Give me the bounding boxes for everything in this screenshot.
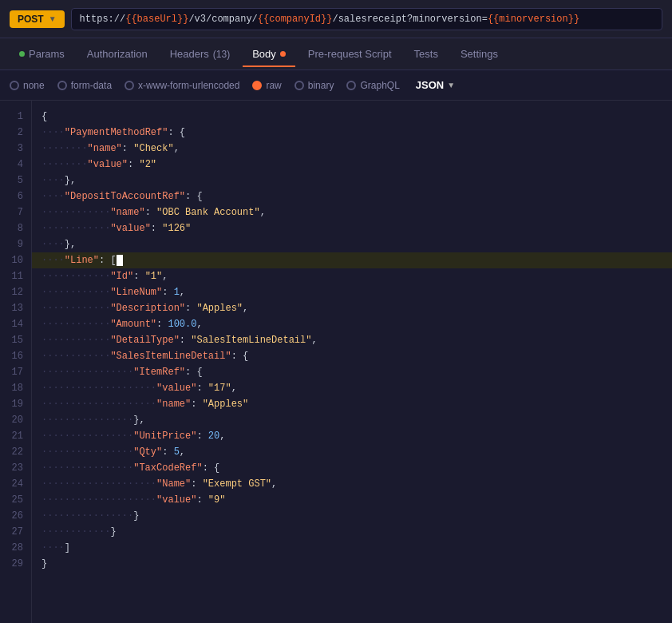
code-line-26: ················} xyxy=(32,508,672,524)
line-number-7: 7 xyxy=(0,204,31,220)
tab-body[interactable]: Body xyxy=(243,42,295,66)
code-line-4: ········"value": "2" xyxy=(32,157,672,173)
tab-headers-label: Headers xyxy=(170,48,209,60)
line-number-24: 24 xyxy=(0,476,31,492)
code-line-11: ············"Id": "1", xyxy=(32,268,672,284)
code-line-28: ····] xyxy=(32,540,672,556)
line-number-20: 20 xyxy=(0,412,31,428)
tab-tests[interactable]: Tests xyxy=(405,42,448,66)
line-numbers: 1234567891011121314151617181920212223242… xyxy=(0,101,32,623)
body-type-raw[interactable]: raw xyxy=(252,80,281,91)
line-number-23: 23 xyxy=(0,460,31,476)
body-type-none[interactable]: none xyxy=(10,80,45,91)
code-line-12: ············"LineNum": 1, xyxy=(32,284,672,300)
urlencoded-radio[interactable] xyxy=(125,81,134,90)
code-line-19: ····················"name": "Apples" xyxy=(32,396,672,412)
line-number-10: 10 xyxy=(0,252,31,268)
line-number-21: 21 xyxy=(0,428,31,444)
code-line-24: ····················"Name": "Exempt GST"… xyxy=(32,476,672,492)
none-radio[interactable] xyxy=(10,81,19,90)
line-number-15: 15 xyxy=(0,332,31,348)
code-line-9: ····}, xyxy=(32,236,672,252)
line-number-6: 6 xyxy=(0,188,31,204)
code-line-7: ············"name": "OBC Bank Account", xyxy=(32,204,672,220)
tab-settings[interactable]: Settings xyxy=(451,42,508,66)
code-line-14: ············"Amount": 100.0, xyxy=(32,316,672,332)
code-line-18: ····················"value": "17", xyxy=(32,380,672,396)
body-type-graphql[interactable]: GraphQL xyxy=(346,80,399,91)
code-line-10: ····"Line": [ xyxy=(32,252,672,268)
code-line-21: ················"UnitPrice": 20, xyxy=(32,428,672,444)
format-chevron-icon: ▼ xyxy=(447,81,455,89)
body-type-form-data[interactable]: form-data xyxy=(57,80,112,91)
method-label: POST xyxy=(18,14,44,25)
headers-count: (13) xyxy=(213,49,230,60)
url-bar: POST ▼ https://{{baseUrl}}/v3/company/{{… xyxy=(0,0,672,38)
code-line-23: ················"TaxCodeRef": { xyxy=(32,460,672,476)
code-line-15: ············"DetailType": "SalesItemLine… xyxy=(32,332,672,348)
url-input[interactable]: https://{{baseUrl}}/v3/company/{{company… xyxy=(71,8,662,30)
method-selector[interactable]: POST ▼ xyxy=(10,10,65,28)
raw-label: raw xyxy=(266,80,281,91)
tab-params[interactable]: Params xyxy=(10,42,74,66)
line-number-4: 4 xyxy=(0,157,31,173)
line-number-12: 12 xyxy=(0,284,31,300)
code-line-17: ················"ItemRef": { xyxy=(32,364,672,380)
line-number-19: 19 xyxy=(0,396,31,412)
tab-headers[interactable]: Headers (13) xyxy=(160,42,239,66)
code-line-25: ····················"value": "9" xyxy=(32,492,672,508)
line-number-2: 2 xyxy=(0,125,31,141)
line-number-1: 1 xyxy=(0,109,31,125)
line-number-26: 26 xyxy=(0,508,31,524)
body-type-bar: none form-data x-www-form-urlencoded raw… xyxy=(0,70,672,101)
code-line-22: ················"Qty": 5, xyxy=(32,444,672,460)
tab-pre-request-label: Pre-request Script xyxy=(308,48,392,60)
code-line-2: ····"PaymentMethodRef": { xyxy=(32,125,672,141)
params-dot xyxy=(19,51,25,57)
line-number-28: 28 xyxy=(0,540,31,556)
tab-pre-request-script[interactable]: Pre-request Script xyxy=(298,42,401,66)
tab-authorization-label: Authorization xyxy=(87,48,148,60)
tab-tests-label: Tests xyxy=(414,48,438,60)
raw-radio[interactable] xyxy=(252,81,262,90)
code-line-29: } xyxy=(32,556,672,572)
code-line-27: ············} xyxy=(32,524,672,540)
none-label: none xyxy=(23,80,45,91)
form-data-radio[interactable] xyxy=(57,81,67,90)
line-number-9: 9 xyxy=(0,236,31,252)
urlencoded-label: x-www-form-urlencoded xyxy=(138,80,239,91)
line-number-17: 17 xyxy=(0,364,31,380)
code-line-5: ····}, xyxy=(32,173,672,188)
line-number-27: 27 xyxy=(0,524,31,540)
format-selector[interactable]: JSON ▼ xyxy=(416,79,455,91)
line-number-13: 13 xyxy=(0,300,31,316)
tab-bar: Params Authorization Headers (13) Body P… xyxy=(0,38,672,70)
line-number-14: 14 xyxy=(0,316,31,332)
method-chevron-icon: ▼ xyxy=(49,14,57,23)
tab-params-label: Params xyxy=(29,48,65,60)
graphql-label: GraphQL xyxy=(360,80,399,91)
format-label: JSON xyxy=(416,79,444,91)
code-line-6: ····"DepositToAccountRef": { xyxy=(32,188,672,204)
binary-radio[interactable] xyxy=(294,81,304,90)
line-number-5: 5 xyxy=(0,173,31,188)
code-content[interactable]: {····"PaymentMethodRef": {········"name"… xyxy=(32,101,672,623)
code-editor[interactable]: 1234567891011121314151617181920212223242… xyxy=(0,101,672,623)
code-line-20: ················}, xyxy=(32,412,672,428)
line-number-25: 25 xyxy=(0,492,31,508)
tab-authorization[interactable]: Authorization xyxy=(77,42,157,66)
line-number-8: 8 xyxy=(0,220,31,236)
body-type-urlencoded[interactable]: x-www-form-urlencoded xyxy=(125,80,239,91)
code-line-16: ············"SalesItemLineDetail": { xyxy=(32,348,672,364)
tab-settings-label: Settings xyxy=(461,48,498,60)
line-number-11: 11 xyxy=(0,268,31,284)
graphql-radio[interactable] xyxy=(346,81,356,90)
body-dot xyxy=(280,51,286,57)
code-line-1: { xyxy=(32,109,672,125)
cursor xyxy=(117,255,123,266)
code-line-13: ············"Description": "Apples", xyxy=(32,300,672,316)
line-number-18: 18 xyxy=(0,380,31,396)
binary-label: binary xyxy=(308,80,334,91)
code-line-8: ············"value": "126" xyxy=(32,220,672,236)
body-type-binary[interactable]: binary xyxy=(294,80,334,91)
